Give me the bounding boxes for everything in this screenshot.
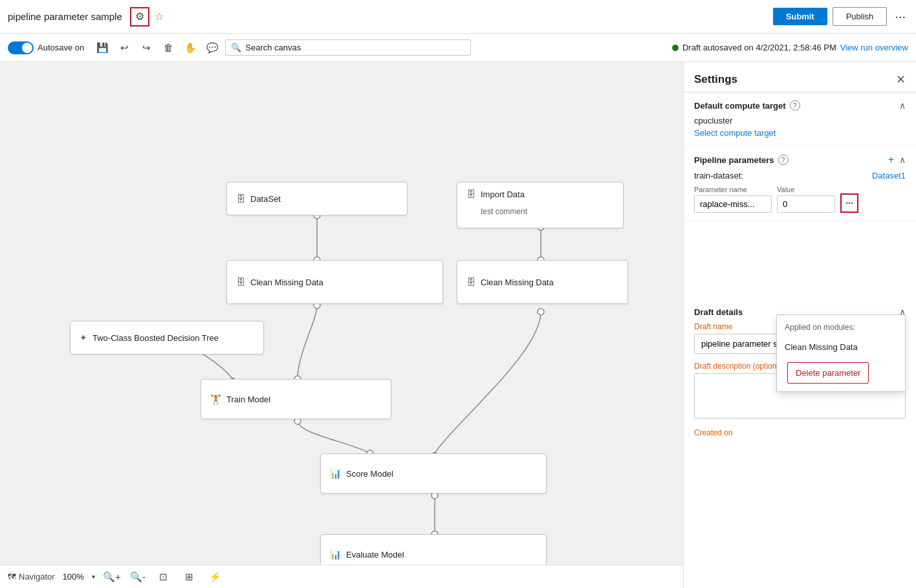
autosave-indicator: [672, 45, 679, 51]
search-box: 🔍: [225, 39, 471, 56]
select-compute-link[interactable]: Select compute target: [694, 128, 776, 138]
evaluate-label: Evaluate Model: [346, 550, 404, 560]
import-data-comment: test comment: [481, 207, 527, 216]
module-name-item[interactable]: Clean Missing Data: [777, 337, 905, 357]
navigator-icon: 🗺: [8, 572, 16, 582]
view-run-link[interactable]: View run overview: [840, 43, 908, 52]
zoom-out-button[interactable]: 🔍-: [129, 568, 147, 586]
zoom-in-button[interactable]: 🔍+: [103, 568, 121, 586]
clean1-icon: 🗄: [236, 277, 245, 287]
zoom-level: 100%: [63, 572, 84, 582]
redo-button[interactable]: ↪: [137, 39, 155, 57]
clean1-label: Clean Missing Data: [250, 278, 323, 287]
draft-status-text: Draft autosaved on 4/2/2021, 2:58:46 PM: [682, 43, 836, 52]
more-options-button[interactable]: ···: [892, 9, 908, 24]
navigator-label: Navigator: [19, 572, 55, 582]
submit-button[interactable]: Submit: [773, 8, 827, 25]
comment-button[interactable]: 💬: [203, 39, 221, 57]
param-name-field-wrapper: Parameter name: [694, 186, 772, 213]
score-model-node[interactable]: 📊 Score Model: [320, 453, 547, 494]
clean-missing-data-2-node[interactable]: 🗄 Clean Missing Data: [457, 260, 628, 304]
clean2-icon: 🗄: [466, 277, 475, 287]
navigator-item[interactable]: 🗺 Navigator: [8, 572, 55, 582]
param-name-input[interactable]: [694, 195, 772, 213]
pipeline-title: pipeline parameter sample: [8, 11, 122, 22]
compute-help-icon[interactable]: ?: [790, 100, 800, 111]
settings-title: Settings: [694, 73, 737, 86]
chevron-down-icon[interactable]: ▾: [92, 573, 95, 580]
dataset-icon: 🗄: [236, 193, 245, 204]
search-icon: 🔍: [231, 43, 241, 52]
svg-point-12: [538, 309, 544, 315]
compute-target-section: Default compute target ? ∧ cpucluster Se…: [684, 93, 916, 146]
param-value-label: Value: [777, 186, 835, 193]
param-fields-container: Parameter name Value ···: [694, 186, 906, 213]
clean-missing-data-1-node[interactable]: 🗄 Clean Missing Data: [226, 260, 443, 304]
lightning-button[interactable]: ⚡: [206, 568, 224, 586]
train-dataset-row: train-dataset: Dataset1: [694, 171, 906, 180]
publish-button[interactable]: Publish: [833, 7, 888, 26]
undo-button[interactable]: ↩: [115, 39, 133, 57]
train-dataset-key: train-dataset:: [694, 171, 743, 180]
score-icon: 📊: [330, 468, 341, 479]
settings-header: Settings ✕: [684, 62, 916, 93]
two-class-node[interactable]: ✦ Two-Class Boosted Decision Tree: [70, 321, 264, 354]
param-value-field-wrapper: Value: [777, 186, 835, 213]
params-section-title: Pipeline parameters: [694, 155, 774, 165]
dataset-label: DataSet: [250, 194, 281, 204]
two-class-label: Two-Class Boosted Decision Tree: [93, 333, 219, 343]
pipeline-params-section: Pipeline parameters ? + ∧ train-dataset:…: [684, 146, 916, 221]
train-model-node[interactable]: 🏋 Train Model: [201, 379, 391, 419]
canvas[interactable]: 🗄 DataSet 🗄 Import Data test comment 🗄 C…: [0, 62, 683, 588]
autosave-switch[interactable]: [8, 41, 34, 54]
created-on-label: Created on: [694, 428, 906, 437]
fit-view-button[interactable]: ⊡: [155, 568, 173, 586]
compute-section-title: Default compute target: [694, 101, 786, 111]
compute-section-header: Default compute target ? ∧: [694, 100, 906, 111]
params-collapse-button[interactable]: ∧: [899, 155, 906, 165]
delete-parameter-button[interactable]: Delete parameter: [787, 362, 869, 384]
spacer: [684, 221, 916, 299]
param-dropdown-popup: Applied on modules: Clean Missing Data D…: [776, 314, 906, 392]
import-data-label: Import Data: [481, 190, 525, 199]
import-data-node[interactable]: 🗄 Import Data test comment: [457, 182, 624, 228]
autosave-toggle: Autosave on: [8, 41, 84, 54]
search-input[interactable]: [245, 43, 465, 52]
save-button[interactable]: 💾: [93, 39, 111, 57]
param-name-label: Parameter name: [694, 186, 772, 193]
toolbar: Autosave on 💾 ↩ ↪ 🗑 ✋ 💬 🔍 Draft autosave…: [0, 34, 916, 62]
top-header: pipeline parameter sample ⚙ ☆ Submit Pub…: [0, 0, 916, 34]
train-label: Train Model: [226, 395, 270, 404]
dataset-node[interactable]: 🗄 DataSet: [226, 182, 408, 215]
params-section-actions: + ∧: [887, 154, 906, 166]
favorite-button[interactable]: ☆: [155, 10, 164, 23]
train-icon: 🏋: [210, 394, 221, 404]
train-dataset-val[interactable]: Dataset1: [872, 171, 906, 180]
delete-button[interactable]: 🗑: [159, 39, 177, 57]
score-label: Score Model: [346, 469, 393, 479]
import-data-icon: 🗄: [466, 189, 475, 199]
main-area: 🗄 DataSet 🗄 Import Data test comment 🗄 C…: [0, 62, 916, 588]
settings-panel: Settings ✕ Default compute target ? ∧ cp…: [683, 62, 916, 588]
autosave-label: Autosave on: [38, 43, 84, 52]
two-class-icon: ✦: [80, 332, 87, 343]
settings-close-button[interactable]: ✕: [896, 72, 906, 87]
params-section-header: Pipeline parameters ? + ∧: [694, 154, 906, 166]
more-param-button[interactable]: ···: [840, 193, 858, 213]
params-help-icon[interactable]: ?: [778, 155, 789, 165]
compute-collapse-button[interactable]: ∧: [899, 100, 906, 111]
evaluate-icon: 📊: [330, 549, 341, 560]
compute-value: cpucluster: [694, 116, 906, 125]
pan-button[interactable]: ✋: [181, 39, 199, 57]
draft-status: Draft autosaved on 4/2/2021, 2:58:46 PM …: [672, 43, 908, 52]
param-value-input[interactable]: [777, 195, 835, 213]
draft-section-title: Draft details: [694, 307, 743, 317]
applied-on-label: Applied on modules:: [777, 318, 905, 337]
add-param-button[interactable]: +: [887, 154, 895, 166]
nav-bar: 🗺 Navigator 100% ▾ 🔍+ 🔍- ⊡ ⊞ ⚡: [0, 565, 683, 588]
clean2-label: Clean Missing Data: [481, 278, 554, 287]
gear-button[interactable]: ⚙: [130, 7, 149, 27]
grid-button[interactable]: ⊞: [180, 568, 199, 586]
